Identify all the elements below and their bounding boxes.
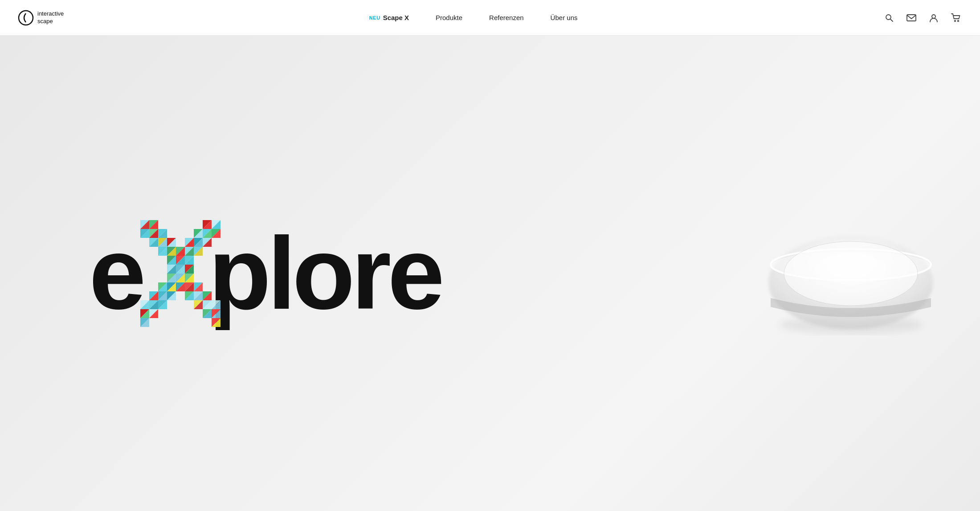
navbar: interactive scape NEU Scape X Produkte R… (0, 0, 980, 36)
email-button[interactable] (905, 12, 918, 24)
svg-line-2 (890, 19, 893, 21)
nav-item-scape-x[interactable]: NEU Scape X (369, 14, 409, 21)
email-icon (906, 14, 916, 21)
hero-word: e plore (89, 222, 441, 325)
nav-label-referenzen: Referenzen (489, 14, 524, 21)
nav-item-referenzen[interactable]: Referenzen (489, 14, 524, 21)
svg-point-6 (957, 20, 959, 21)
nav-item-produkte[interactable]: Produkte (436, 14, 462, 21)
nav-actions (883, 12, 962, 24)
account-button[interactable] (927, 12, 940, 24)
nav-label-scape-x: Scape X (383, 14, 409, 21)
logo-icon (18, 10, 34, 26)
product-disk: Scape X sensor (757, 211, 944, 336)
hero-letter-e: e (89, 216, 143, 331)
cart-button[interactable] (950, 12, 962, 24)
disk-svg: Scape X sensor (757, 211, 944, 336)
logo-text: interactive scape (37, 10, 64, 25)
nav-label-ueber-uns: Über uns (551, 14, 578, 21)
svg-point-1 (886, 15, 891, 20)
svg-rect-3 (907, 15, 916, 21)
hero-letters-plore: plore (208, 216, 441, 331)
svg-text:Scape X sensor: Scape X sensor (833, 273, 868, 278)
x-canvas (140, 220, 220, 327)
svg-point-12 (815, 253, 886, 285)
account-icon (929, 13, 938, 22)
svg-point-5 (954, 20, 956, 21)
logo-container[interactable]: interactive scape (18, 10, 64, 26)
hero-letter-x (143, 222, 208, 325)
cart-icon (951, 13, 961, 22)
svg-point-0 (19, 11, 33, 25)
svg-point-4 (932, 15, 935, 18)
search-button[interactable] (883, 12, 895, 24)
nav-item-ueber-uns[interactable]: Über uns (551, 14, 578, 21)
nav-links: NEU Scape X Produkte Referenzen Über uns (369, 14, 578, 21)
nav-badge: NEU (369, 15, 380, 20)
nav-label-produkte: Produkte (436, 14, 462, 21)
hero-section: e plore (0, 36, 980, 511)
search-icon (885, 13, 894, 22)
